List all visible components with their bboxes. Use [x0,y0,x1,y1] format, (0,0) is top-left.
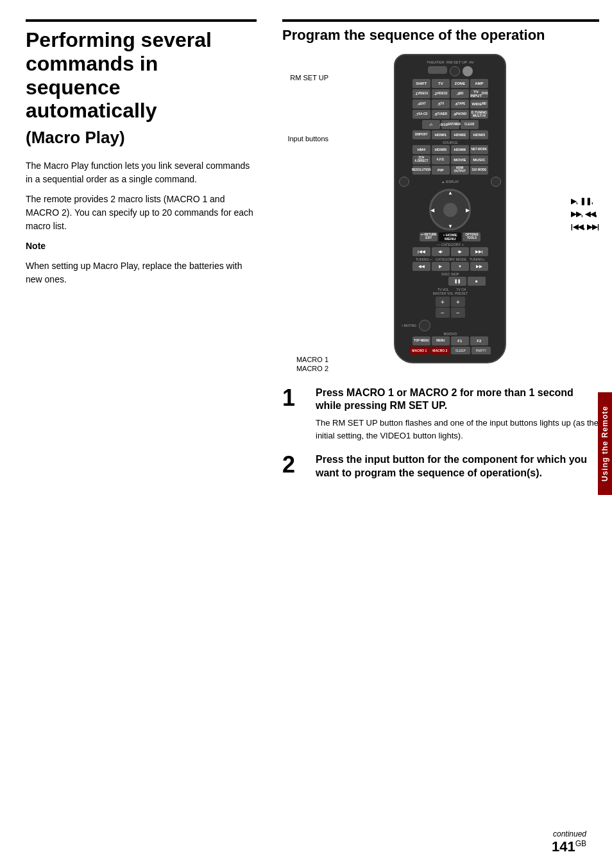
playback-icons: ▶, ❚❚, ▶▶, ◀◀, |◀◀, ▶▶| [567,54,599,233]
macro-labels: MACRO 1 MACRO 2 [282,355,334,374]
rm-set-up-label: RM SET UP [282,73,334,82]
step-1: 1 Press MACRO 1 or MACRO 2 for more than… [282,386,599,442]
step-2-number: 2 [282,453,308,476]
continued-label: continued [552,829,586,838]
step-1-body: The RM SET UP button flashes and one of … [316,417,599,442]
step-2: 2 Press the input button for the compone… [282,453,599,484]
remote-control-diagram: THEATER RM SET UP AV SHIFT TV ZONE AMP [394,54,506,363]
body-text-2: The remote provides 2 macro lists (MACRO… [26,193,257,233]
page-number: 141GB [552,838,586,855]
macro2-button[interactable]: MACRO 2 [430,347,450,354]
step-1-title: Press MACRO 1 or MACRO 2 for more than 1… [316,386,599,413]
step-1-number: 1 [282,386,308,410]
page-title: Performing several commands in sequence … [26,19,257,123]
note-body: When setting up Macro Play, replace the … [26,259,257,286]
body-text-1: The Macro Play function lets you link se… [26,159,257,186]
input-buttons-label: Input buttons [282,134,334,143]
note-title: Note [26,239,257,253]
macro1-button[interactable]: MACRO 1 [410,347,429,354]
page-subtitle: (Macro Play) [26,128,257,148]
side-tab: Using the Remote [598,392,612,495]
step-2-title: Press the input button for the component… [316,453,599,480]
section-title: Program the sequence of the operation [282,19,599,44]
